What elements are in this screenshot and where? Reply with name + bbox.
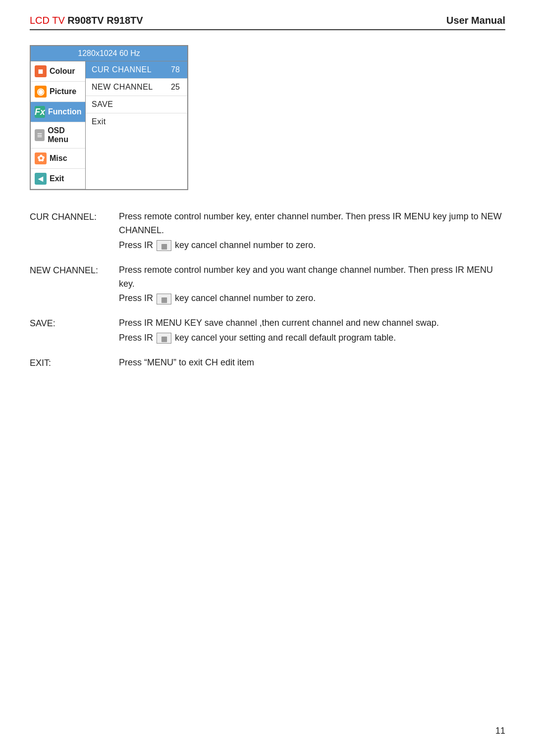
desc-row-new-channel: NEW CHANNEL: Press remote control number… [30, 263, 505, 307]
osdmenu-icon: ≡ [35, 129, 45, 141]
page-number: 11 [495, 726, 505, 736]
brand-lcd: LCD TV [30, 15, 65, 26]
desc-row-save: SAVE: Press IR MENU KEY save channel ,th… [30, 316, 505, 346]
desc-label-cur-channel: CUR CHANNEL: [30, 210, 119, 253]
desc-save-line2: Press IR key cancel your setting and rec… [119, 331, 505, 345]
desc-content-exit: Press “MENU” to exit CH edit item [119, 356, 505, 371]
save-label: SAVE [92, 100, 156, 109]
cur-channel-value: 78 [171, 65, 180, 74]
exit-right-label: Exit [92, 117, 156, 126]
function-icon: Fx [35, 106, 45, 118]
page-header: LCD TV R908TV R918TV User Manual [30, 15, 505, 30]
sidebar-item-misc[interactable]: ✿ Misc [31, 149, 85, 169]
brand-model: R908TV R918TV [67, 15, 143, 26]
misc-icon: ✿ [35, 152, 47, 164]
sidebar-label-misc: Misc [50, 154, 67, 163]
desc-exit-line1: Press “MENU” to exit CH edit item [119, 356, 505, 370]
osd-sidebar: ■ Colour ◉ Picture Fx Function ≡ OSD Men… [31, 61, 85, 189]
sidebar-label-exit: Exit [50, 174, 64, 183]
desc-content-cur-channel: Press remote control number key, enter c… [119, 210, 505, 253]
manual-title: User Manual [446, 15, 505, 26]
osd-container: 1280x1024 60 Hz ■ Colour ◉ Picture Fx Fu… [30, 45, 505, 190]
cur-channel-label: CUR CHANNEL [92, 65, 156, 74]
sidebar-label-function: Function [48, 107, 82, 116]
sidebar-item-exit[interactable]: ◄ Exit [31, 169, 85, 189]
desc-row-cur-channel: CUR CHANNEL: Press remote control number… [30, 210, 505, 253]
desc-save-line1: Press IR MENU KEY save channel ,then cur… [119, 316, 505, 330]
desc-cur-line1: Press remote control number key, enter c… [119, 210, 505, 238]
ir-key-icon-3 [157, 333, 171, 344]
sidebar-item-colour[interactable]: ■ Colour [31, 61, 85, 82]
picture-icon: ◉ [35, 86, 47, 98]
colour-icon: ■ [35, 65, 47, 77]
header-title: LCD TV R908TV R918TV [30, 15, 143, 26]
osd-row-new-channel[interactable]: NEW CHANNEL 25 [86, 79, 187, 96]
sidebar-label-picture: Picture [50, 87, 76, 96]
sidebar-label-osdmenu: OSD Menu [48, 126, 81, 144]
desc-label-new-channel: NEW CHANNEL: [30, 263, 119, 307]
description-section: CUR CHANNEL: Press remote control number… [30, 210, 505, 371]
sidebar-item-picture[interactable]: ◉ Picture [31, 82, 85, 102]
ir-key-icon-2 [157, 294, 171, 304]
sidebar-label-colour: Colour [50, 67, 75, 76]
sidebar-item-function[interactable]: Fx Function [31, 102, 85, 122]
desc-row-exit: EXIT: Press “MENU” to exit CH edit item [30, 356, 505, 371]
new-channel-value: 25 [171, 83, 180, 92]
osd-box: 1280x1024 60 Hz ■ Colour ◉ Picture Fx Fu… [30, 45, 188, 190]
osd-row-save[interactable]: SAVE [86, 96, 187, 113]
new-channel-label: NEW CHANNEL [92, 83, 156, 92]
osd-row-exit[interactable]: Exit [86, 113, 187, 130]
desc-new-line2: Press IR key cancel channel number to ze… [119, 292, 505, 305]
desc-label-save: SAVE: [30, 316, 119, 346]
desc-content-new-channel: Press remote control number key and you … [119, 263, 505, 307]
osd-right-panel: CUR CHANNEL 78 NEW CHANNEL 25 SAVE Exit [85, 61, 187, 189]
desc-cur-line2: Press IR key cancel channel number to ze… [119, 239, 505, 252]
sidebar-item-osdmenu[interactable]: ≡ OSD Menu [31, 122, 85, 149]
exit-icon: ◄ [35, 173, 47, 185]
desc-label-exit: EXIT: [30, 356, 119, 371]
osd-row-cur-channel[interactable]: CUR CHANNEL 78 [86, 61, 187, 79]
desc-content-save: Press IR MENU KEY save channel ,then cur… [119, 316, 505, 346]
osd-resolution: 1280x1024 60 Hz [31, 46, 187, 61]
desc-new-line1: Press remote control number key and you … [119, 263, 505, 291]
ir-key-icon-1 [157, 240, 171, 251]
